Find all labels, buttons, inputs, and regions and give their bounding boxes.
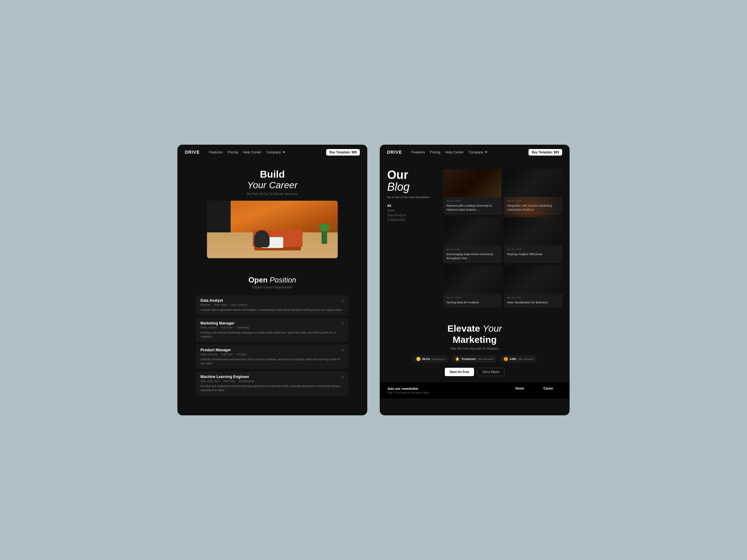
blog-card-date: Apr 23, 2024 [507,296,559,299]
left-buy-button[interactable]: Buy Template: $99 [326,149,360,156]
rating-icon: 🟠 [504,357,508,361]
blog-card-image [504,266,562,294]
blog-subtitle: Be a Part of the Data Revolution [387,195,437,199]
right-content: Our Blog Be a Part of the Data Revolutio… [380,160,570,415]
job-description: Analyze data to generate reports and ins… [201,308,344,312]
job-tag: Data-Science [231,303,248,306]
job-tags: Paris, France Full-Time Product [201,353,344,356]
screens-container: DRIVE Features Pricing Help Center Compa… [177,145,570,415]
blog-card-body: Apr 26, 2024 Encouraging Data-Driven Dec… [443,245,501,264]
blog-card-title: Data Vizualization for Business [507,300,559,304]
elevate-title: Elevate Your Marketing [387,323,562,345]
footer-col-career: Career [543,387,562,390]
blog-cat-collaboration[interactable]: Collaboration [387,218,437,221]
blog-card-date: Apr 25, 2024 [507,248,559,251]
blog-card-image [443,266,501,294]
left-nav-pricing[interactable]: Pricing [228,150,238,154]
left-content: Build Your Career Be Part of Our AI-Driv… [177,160,367,415]
blog-section: Our Blog Be a Part of the Data Revolutio… [380,160,570,314]
badge-trustscore: ⭐ Trustscore 160+ Reviews [451,355,497,363]
job-expand-icon: ∨ [341,321,344,325]
blog-card-date: Apr 27, 2024 [507,199,559,202]
job-tag: Paris, France [201,326,219,329]
blog-card-body: Apr 24, 2024 Taming Data for Analysis [443,294,501,308]
elevate-buttons: Start for Free Get a Demo [387,368,562,376]
blog-card-image [443,217,501,245]
right-nav-company[interactable]: Company [469,150,487,154]
footer-bar: Join our newsletter Stay in the know on … [380,382,570,399]
job-tags: New York, USA Full-Time Engineering [201,379,344,383]
job-tag: Product [237,353,247,356]
job-title: Machine Learning Engineer [201,375,249,379]
blog-card-body: Apr 23, 2024 Data Vizualization for Busi… [504,294,562,308]
left-nav-company[interactable]: Company [266,150,285,154]
left-screen: DRIVE Features Pricing Help Center Compa… [177,145,367,415]
footer-newsletter: Join our newsletter Stay in the know on … [387,387,506,394]
left-logo: DRIVE [185,150,200,155]
blog-card-title: Sharing Insights Effectively [507,252,559,256]
blog-card-date: Apr 26, 2024 [446,248,498,251]
right-logo: DRIVE [387,150,402,155]
start-free-button[interactable]: Start for Free [445,368,474,376]
job-tag: Marketing [237,326,249,329]
blog-sidebar: Our Blog Be a Part of the Data Revolutio… [387,169,437,308]
blog-card-title: Encouraging Data-Driven Decisions throug… [446,252,498,260]
blog-card-2[interactable]: Apr 26, 2024 Encouraging Data-Driven Dec… [443,217,501,264]
right-company-chevron-icon [485,152,487,153]
job-tag: Part-Time [214,303,228,306]
job-item-ml-engineer[interactable]: Machine Learning Engineer ∨ New York, US… [196,371,349,396]
left-nav-help[interactable]: Help Center [243,150,261,154]
get-demo-button[interactable]: Get a Demo [477,368,505,376]
blog-heading: Our Blog [387,169,437,193]
satisfaction-icon: 🟡 [416,357,421,361]
blog-card-body: Apr 27, 2024 Integration with Popular Ma… [504,197,562,215]
blog-cat-all[interactable]: All [387,204,437,208]
hero-title: Build Your Career [185,169,360,190]
blog-card-3[interactable]: Apr 25, 2024 Sharing Insights Effectivel… [504,217,562,264]
job-header: Marketing Manager ∨ [201,321,344,325]
jobs-list: Data Analyst ∨ Remote Part-Time Data-Sci… [177,292,367,402]
blog-cat-data-analysis[interactable]: Data Analysis [387,213,437,217]
right-buy-button[interactable]: Buy Template: $99 [529,149,562,156]
job-tag: Full-Time [221,353,234,356]
blog-card-title: Partners with Leading University to Adva… [446,204,498,212]
job-description: Lead the development and execution of ou… [201,357,344,366]
blog-card-date: Apr 24, 2024 [446,296,498,299]
job-item-marketing-manager[interactable]: Marketing Manager ∨ Paris, France Full-T… [196,318,349,342]
star-icon: ⭐ [455,357,460,361]
job-tag: Paris, France [201,353,219,356]
blog-card-1[interactable]: Apr 27, 2024 Integration with Popular Ma… [504,169,562,215]
right-nav-help[interactable]: Help Center [445,150,464,154]
blog-grid: Apr 28, 2024 Partners with Leading Unive… [443,169,562,308]
job-description: Develop and implement machine learning a… [201,384,344,393]
blog-card-4[interactable]: Apr 24, 2024 Taming Data for Analysis [443,266,501,308]
job-tag: Full-Time [221,326,234,329]
left-nav: DRIVE Features Pricing Help Center Compa… [177,145,367,160]
job-item-product-manager[interactable]: Product Manager ∨ Paris, France Full-Tim… [196,345,349,369]
blog-card-5[interactable]: Apr 23, 2024 Data Vizualization for Busi… [504,266,562,308]
hero-section: Build Your Career Be Part of Our AI-Driv… [177,160,367,269]
blog-card-date: Apr 28, 2024 [446,199,498,202]
blog-card-image [504,217,562,245]
job-item-data-analyst[interactable]: Data Analyst ∨ Remote Part-Time Data-Sci… [196,295,349,316]
job-title: Marketing Manager [201,321,234,325]
job-header: Machine Learning Engineer ∨ [201,375,344,379]
job-tag: Full-Time [224,379,236,383]
newsletter-subtitle: Stay in the know on the latest alpha [387,391,506,394]
right-nav-pricing[interactable]: Pricing [430,150,440,154]
job-expand-icon: ∨ [341,298,344,303]
left-nav-links: Features Pricing Help Center Company [209,150,320,154]
job-header: Data Analyst ∨ [201,298,344,303]
job-title: Product Manager [201,348,231,352]
left-nav-features[interactable]: Features [209,150,223,154]
job-tags: Paris, France Full-Time Marketing [201,326,344,329]
blog-card-0[interactable]: Apr 28, 2024 Partners with Leading Unive… [443,169,501,215]
blog-cat-news[interactable]: News [387,209,437,212]
blog-card-body: Apr 25, 2024 Sharing Insights Effectivel… [504,245,562,259]
badge-satisfaction: 🟡 99.2% Satisfaction [412,355,448,363]
elevate-badges: 🟡 99.2% Satisfaction ⭐ Trustscore 160+ R… [387,355,562,363]
blog-card-title: Taming Data for Analysis [446,300,498,304]
right-nav-features[interactable]: Features [411,150,425,154]
blog-card-title: Integration with Popular Marketing Autom… [507,204,559,212]
job-expand-icon: ∨ [341,348,344,352]
